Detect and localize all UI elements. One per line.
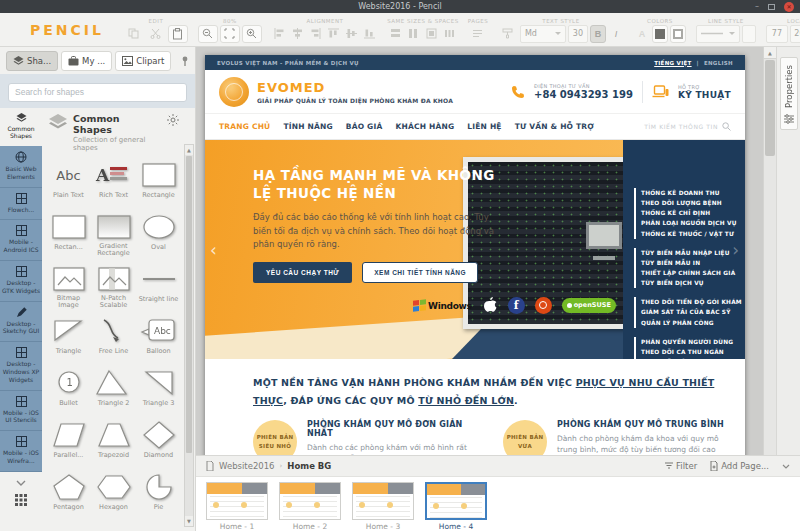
site-nav-item[interactable]: BÁO GIÁ: [346, 122, 383, 131]
align-middle-icon[interactable]: [344, 25, 360, 43]
scrollbar-thumb[interactable]: [765, 60, 775, 156]
collection-category[interactable]: Desktop - Sketchy GUI: [0, 302, 42, 343]
close-button[interactable]: ✕: [784, 2, 794, 12]
page-setup-icon[interactable]: [468, 25, 488, 43]
shape-item[interactable]: A Rich Text: [91, 156, 136, 208]
copy-icon[interactable]: [124, 25, 144, 43]
page-thumbnail[interactable]: Home - 2: [279, 482, 341, 531]
site-nav-item[interactable]: TƯ VẤN & HỖ TRỢ: [515, 122, 594, 131]
align-left-icon[interactable]: [272, 25, 288, 43]
shape-item[interactable]: Free Line: [91, 312, 136, 364]
carousel-prev-icon[interactable]: ‹: [210, 240, 217, 260]
zoom-out-icon[interactable]: [198, 25, 218, 43]
collection-category[interactable]: Mobile - iOS Wirefra...: [0, 431, 42, 472]
align-right-icon[interactable]: [308, 25, 324, 43]
shape-item[interactable]: Parallel...: [46, 416, 91, 468]
collection-category[interactable]: Common Shapes: [0, 108, 42, 147]
breadcrumb-document[interactable]: Website2016: [219, 461, 275, 471]
shapes-scrollbar[interactable]: ▲ ▼: [184, 144, 194, 528]
cut-icon[interactable]: [146, 25, 166, 43]
shape-item[interactable]: Rectan...: [46, 208, 91, 260]
add-page-button[interactable]: Add Page...: [710, 461, 769, 471]
shape-item[interactable]: Trapezoid: [91, 416, 136, 468]
shape-item[interactable]: Pie: [136, 468, 181, 520]
feature-detail-button[interactable]: XEM CHI TIẾT TÍNH NĂNG: [362, 262, 478, 283]
font-family-select[interactable]: Md: [520, 25, 566, 43]
thumbnail-image[interactable]: [206, 482, 268, 520]
lang-vietnamese-link[interactable]: TIẾNG VIỆT: [654, 60, 691, 66]
shape-item[interactable]: Triangle 3: [136, 364, 181, 416]
carousel-next-icon[interactable]: ›: [732, 240, 739, 260]
shape-item[interactable]: Abc Balloon: [136, 312, 181, 364]
shape-item[interactable]: Bitmap Image: [46, 260, 91, 312]
align-bottom-icon[interactable]: [362, 25, 378, 43]
site-nav-item[interactable]: TÍNH NĂNG: [283, 122, 332, 131]
same-width-icon[interactable]: [388, 25, 404, 43]
zoom-fit-icon[interactable]: [220, 25, 240, 43]
canvas-scrollbar[interactable]: ▲: [763, 47, 776, 455]
shape-item[interactable]: Triangle 2: [91, 364, 136, 416]
page-thumbnail[interactable]: Home - 4: [425, 482, 487, 531]
distribute-icon[interactable]: [442, 25, 458, 43]
collection-category[interactable]: Mobile - iOS UI Stencils: [0, 391, 42, 432]
zoom-in-icon[interactable]: [242, 25, 262, 43]
minimize-button[interactable]: –: [755, 2, 759, 11]
font-size-field[interactable]: 30: [568, 25, 588, 43]
scroll-down-icon[interactable]: ▼: [185, 516, 193, 526]
collection-category[interactable]: Desktop - Windows XP Widgets: [0, 342, 42, 390]
thumbnail-image[interactable]: [352, 482, 414, 520]
site-search[interactable]: TÌM KIẾM THÔNG TIN: [644, 122, 731, 131]
line-width-field[interactable]: [742, 25, 756, 43]
collection-category[interactable]: Flowch...: [0, 188, 42, 221]
shape-item[interactable]: Abc Plain Text: [46, 156, 91, 208]
restore-button[interactable]: [768, 4, 775, 10]
align-top-icon[interactable]: [326, 25, 342, 43]
site-nav-item[interactable]: KHÁCH HÀNG: [395, 122, 454, 131]
shape-item[interactable]: Diamond: [136, 416, 181, 468]
shape-item[interactable]: 1 Bullet: [46, 364, 91, 416]
text-color-icon[interactable]: A: [634, 25, 650, 43]
page-thumbnail[interactable]: Home - 1: [206, 482, 268, 531]
panel-chevron-down-icon[interactable]: [782, 464, 790, 469]
thumbnail-image[interactable]: [279, 482, 341, 520]
strip-scroll-down-icon[interactable]: [16, 480, 26, 486]
collection-category[interactable]: Basic Web Elements: [0, 146, 42, 188]
shape-item[interactable]: N-Patch Scalable: [91, 260, 136, 312]
all-collections-icon[interactable]: [15, 494, 27, 506]
stroke-color-icon[interactable]: [670, 25, 686, 43]
lang-english-link[interactable]: ENGLISH: [704, 60, 733, 66]
fill-color-icon[interactable]: [652, 25, 668, 43]
paste-icon[interactable]: [168, 25, 188, 43]
shape-item[interactable]: Gradient Rectangle: [91, 208, 136, 260]
pin-icon[interactable]: [179, 54, 191, 68]
bold-button[interactable]: B: [590, 25, 606, 43]
scroll-up-icon[interactable]: ▲: [764, 47, 776, 59]
location-y-field[interactable]: 265: [790, 25, 800, 43]
panel-tab[interactable]: My ...: [61, 51, 112, 71]
location-x-field[interactable]: 77: [766, 25, 788, 43]
page-thumbnail[interactable]: Home - 3: [352, 482, 414, 531]
italic-button[interactable]: I: [608, 25, 624, 43]
trial-request-button[interactable]: YÊU CẦU CHẠY THỬ: [253, 262, 352, 283]
site-nav-item[interactable]: TRANG CHỦ: [219, 122, 270, 131]
scroll-up-icon[interactable]: ▲: [185, 145, 193, 155]
filter-button[interactable]: Filter: [665, 461, 697, 471]
collection-category[interactable]: Desktop - GTK Widgets: [0, 261, 42, 302]
shape-item[interactable]: Hexagon: [91, 468, 136, 520]
properties-tab[interactable]: Properties: [780, 57, 798, 130]
shape-item[interactable]: Straight line: [136, 260, 181, 312]
shape-item[interactable]: Pentagon: [46, 468, 91, 520]
same-height-icon[interactable]: [406, 25, 422, 43]
canvas[interactable]: EVOLUS VIỆT NAM - PHẦN MỀM & DỊCH VỤ TIẾ…: [196, 47, 776, 455]
design-page[interactable]: EVOLUS VIỆT NAM - PHẦN MỀM & DỊCH VỤ TIẾ…: [205, 55, 745, 455]
collection-category[interactable]: Mobile - Android ICS: [0, 220, 42, 261]
breadcrumb-page[interactable]: Home BG: [287, 461, 331, 471]
search-input[interactable]: [8, 83, 187, 102]
scrollbar-thumb[interactable]: [186, 156, 192, 454]
panel-tab[interactable]: Sha...: [6, 51, 58, 71]
thumbnail-image[interactable]: [425, 482, 487, 520]
shape-item[interactable]: Rectangle: [136, 156, 181, 208]
shape-item[interactable]: Oval: [136, 208, 181, 260]
site-nav-item[interactable]: LIÊN HỆ: [467, 122, 501, 131]
shape-item[interactable]: Triangle: [46, 312, 91, 364]
